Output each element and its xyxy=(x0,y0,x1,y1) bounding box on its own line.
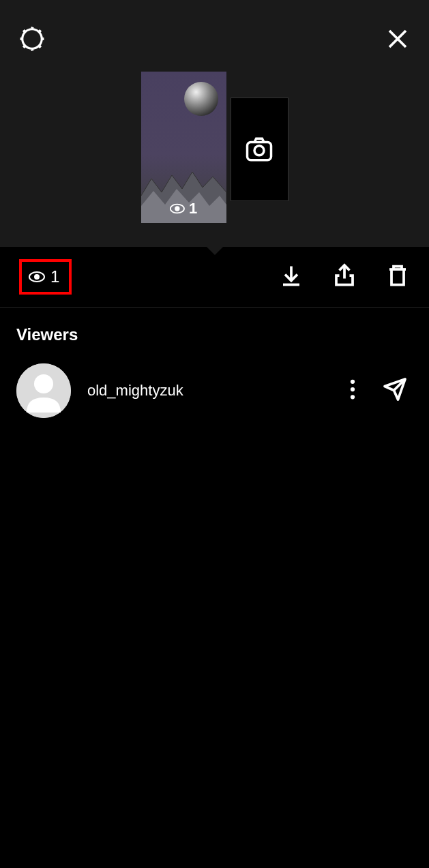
svg-point-16 xyxy=(351,395,355,399)
viewers-title: Viewers xyxy=(16,325,413,344)
viewer-send-button[interactable] xyxy=(383,377,407,404)
eye-icon xyxy=(170,203,185,214)
settings-icon xyxy=(19,26,45,52)
svg-point-14 xyxy=(351,380,355,384)
viewer-row: old_mightyzuk xyxy=(16,363,413,418)
viewer-username[interactable]: old_mightyzuk xyxy=(87,382,334,400)
settings-button[interactable] xyxy=(19,26,45,55)
view-count-value: 1 xyxy=(50,267,59,286)
send-icon xyxy=(383,377,407,402)
share-button[interactable] xyxy=(332,263,357,290)
view-count-button[interactable]: 1 xyxy=(19,259,72,295)
close-button[interactable] xyxy=(385,27,410,54)
viewers-section: Viewers old_mightyzuk xyxy=(0,308,429,436)
story-preview-area: 1 xyxy=(0,0,429,247)
share-icon xyxy=(332,263,357,288)
viewer-more-button[interactable] xyxy=(350,379,355,402)
download-button[interactable] xyxy=(279,263,304,290)
thumbnail-view-count: 1 xyxy=(170,200,197,218)
action-bar: 1 xyxy=(0,247,429,308)
selected-story-pointer xyxy=(205,245,224,255)
add-story-button[interactable] xyxy=(231,98,289,201)
story-thumbnail[interactable]: 1 xyxy=(141,72,226,223)
story-content-sphere xyxy=(184,82,218,116)
eye-icon xyxy=(29,271,45,283)
svg-point-8 xyxy=(34,274,40,280)
svg-point-15 xyxy=(351,387,355,391)
viewer-avatar[interactable] xyxy=(16,363,71,418)
delete-button[interactable] xyxy=(385,263,410,290)
download-icon xyxy=(279,263,304,288)
svg-point-6 xyxy=(254,146,264,155)
svg-point-13 xyxy=(34,374,53,393)
trash-icon xyxy=(385,263,410,288)
svg-point-0 xyxy=(23,29,42,49)
close-icon xyxy=(385,27,410,51)
avatar-placeholder-icon xyxy=(16,363,71,418)
thumbnail-view-count-value: 1 xyxy=(189,200,197,218)
more-icon xyxy=(350,379,355,400)
svg-point-4 xyxy=(175,206,179,211)
camera-icon xyxy=(245,135,273,164)
